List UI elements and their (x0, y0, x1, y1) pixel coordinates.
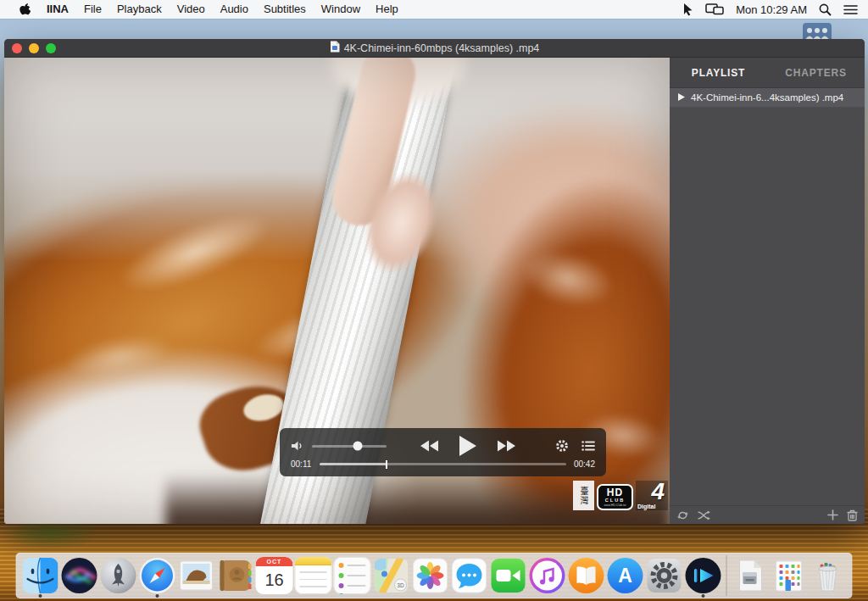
dock-item-mail[interactable] (177, 554, 216, 598)
playlist-item-label: 4K-Chimei-inn-6...4ksamples) .mp4 (691, 92, 843, 103)
dock-separator (726, 555, 727, 596)
menu-iina[interactable]: IINA (39, 0, 76, 19)
dock: OCT 16 3D (16, 553, 853, 598)
digital-label-text: Digital (637, 504, 655, 509)
menu-window[interactable]: Window (314, 0, 368, 19)
svg-text:A: A (618, 565, 632, 587)
digital-4k-logo: 4 Digital (636, 481, 668, 510)
spotlight-search-icon[interactable] (819, 3, 832, 16)
menu-help[interactable]: Help (368, 0, 406, 19)
dock-item-applications-folder[interactable] (770, 554, 809, 598)
tab-playlist[interactable]: PLAYLIST (670, 67, 767, 79)
window-title: 4K-Chimei-inn-60mbps (4ksamples) .mp4 (344, 42, 540, 54)
dock-item-app-store[interactable]: A (606, 554, 645, 598)
desktop: IINA File Playback Video Audio Subtitles… (0, 0, 868, 601)
tab-chapters[interactable]: CHAPTERS (767, 67, 865, 79)
dock-item-siri[interactable] (60, 554, 99, 598)
video-surface[interactable]: 臺灣 HD CLUB www.HD.Club.tw 4 Digital (4, 58, 670, 524)
close-button[interactable] (12, 43, 22, 53)
menu-bar: IINA File Playback Video Audio Subtitles… (0, 0, 868, 19)
running-indicator (702, 594, 705, 598)
dock-item-iina[interactable] (684, 554, 723, 598)
dock-item-maps[interactable]: 3D (372, 554, 411, 598)
mouse-cursor-icon (682, 3, 693, 16)
calendar-day: 16 (256, 566, 293, 594)
dock-item-notes[interactable] (294, 554, 333, 598)
menu-bar-clock[interactable]: Mon 10:29 AM (736, 3, 807, 16)
seek-bar[interactable] (320, 463, 566, 465)
notification-center-icon[interactable] (843, 4, 858, 15)
sidebar-footer (670, 505, 865, 524)
dock-item-ibooks[interactable] (567, 554, 606, 598)
playlist-empty-area (670, 108, 865, 505)
settings-gear-icon[interactable] (555, 439, 569, 453)
displays-status-icon[interactable] (705, 3, 724, 16)
menu-playback[interactable]: Playback (109, 0, 170, 19)
playlist-toggle-icon[interactable] (581, 440, 595, 452)
hd-club-club-text: CLUB (605, 498, 625, 504)
hd-club-hd-text: HD (607, 487, 623, 498)
title-bar[interactable]: 4K-Chimei-inn-60mbps (4ksamples) .mp4 (4, 39, 865, 58)
dock-item-system-preferences[interactable] (645, 554, 684, 598)
svg-text:3D: 3D (397, 582, 404, 588)
dock-item-finder[interactable] (21, 554, 60, 598)
volume-icon[interactable] (291, 440, 305, 452)
remove-from-playlist-button[interactable] (847, 509, 858, 521)
video-watermarks: 臺灣 HD CLUB www.HD.Club.tw 4 Digital (573, 481, 668, 510)
dock-item-trash[interactable] (809, 554, 848, 598)
dock-item-launchpad[interactable] (99, 554, 138, 598)
calligraphy-stamp: 臺灣 (573, 481, 594, 510)
dock-item-calendar[interactable]: OCT 16 (255, 554, 294, 598)
dock-item-messages[interactable] (450, 554, 489, 598)
seek-progress (320, 463, 387, 465)
play-button[interactable] (459, 436, 476, 456)
menu-file[interactable]: File (76, 0, 109, 19)
dock-item-safari[interactable] (138, 554, 177, 598)
playlist-sidebar: PLAYLIST CHAPTERS 4K-Chimei-inn-6...4ksa… (670, 58, 865, 524)
volume-knob[interactable] (353, 442, 362, 451)
menu-audio[interactable]: Audio (213, 0, 256, 19)
hd-club-url-text: www.HD.Club.tw (604, 504, 626, 508)
dock-item-itunes[interactable] (528, 554, 567, 598)
apple-menu[interactable] (10, 3, 39, 16)
dock-item-photos[interactable] (411, 554, 450, 598)
minimize-button[interactable] (29, 43, 39, 53)
running-indicator (156, 594, 159, 598)
running-indicator (39, 594, 42, 598)
dock-item-document[interactable] (731, 554, 770, 598)
now-playing-icon (678, 92, 685, 103)
dock-item-contacts[interactable] (216, 554, 255, 598)
loop-button[interactable] (676, 510, 689, 520)
iina-window: 4K-Chimei-inn-60mbps (4ksamples) .mp4 (4, 39, 865, 524)
hd-club-logo: HD CLUB www.HD.Club.tw (597, 484, 633, 510)
sidebar-tabs: PLAYLIST CHAPTERS (670, 58, 865, 88)
rewind-button[interactable] (420, 440, 439, 452)
menu-subtitles[interactable]: Subtitles (256, 0, 314, 19)
shuffle-button[interactable] (698, 510, 710, 520)
on-screen-controller: 00:11 00:42 (280, 428, 606, 476)
calendar-month: OCT (256, 557, 293, 566)
dock-item-reminders[interactable] (333, 554, 372, 598)
time-elapsed: 00:11 (291, 459, 313, 469)
fast-forward-button[interactable] (497, 440, 515, 452)
add-to-playlist-button[interactable] (827, 509, 838, 520)
playlist-item[interactable]: 4K-Chimei-inn-6...4ksamples) .mp4 (670, 88, 865, 108)
dock-item-facetime[interactable] (489, 554, 528, 598)
digital-4-text: 4 (651, 478, 665, 505)
seek-handle[interactable] (386, 460, 387, 469)
document-icon (330, 41, 340, 56)
zoom-button[interactable] (46, 43, 56, 53)
menu-video[interactable]: Video (170, 0, 213, 19)
volume-slider[interactable] (312, 445, 387, 448)
time-total: 00:42 (573, 459, 595, 469)
apple-icon (19, 3, 31, 16)
